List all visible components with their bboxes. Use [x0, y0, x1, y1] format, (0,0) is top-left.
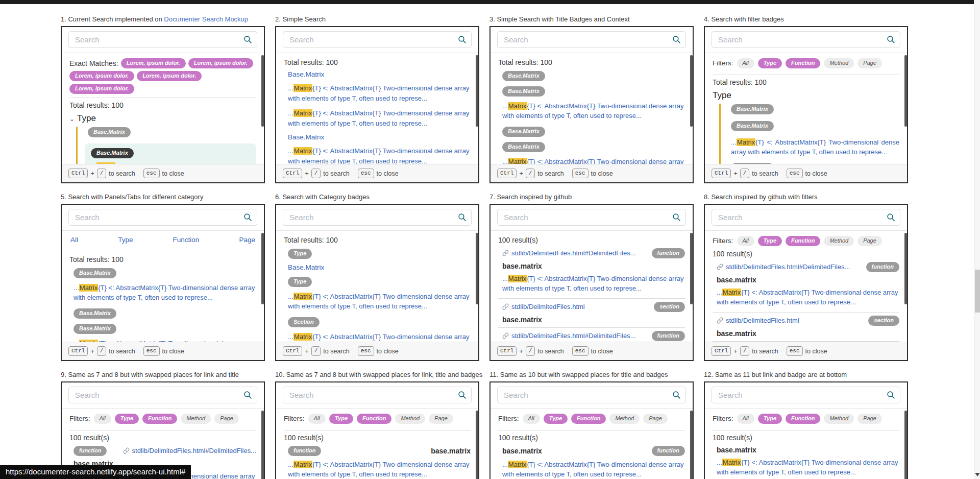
github-style-result[interactable]: base.matrix...Matrix{T} <: AbstractMatri…	[713, 446, 899, 479]
result-title-link[interactable]: Base.Matrix	[288, 70, 324, 78]
tab-function[interactable]: Function	[173, 236, 200, 244]
filter-pill-type[interactable]: Type	[758, 58, 782, 68]
filter-pill-type[interactable]: Type	[544, 414, 568, 424]
selected-result[interactable]: Base.Matrix...Matrix{T} <: AbstractMatri…	[85, 143, 256, 164]
panel-scrollbar-thumb[interactable]	[261, 411, 264, 479]
search-icon[interactable]	[243, 213, 252, 222]
filter-pill-all[interactable]: All	[737, 58, 754, 68]
result-snippet[interactable]: ...Matrix{T} <: AbstractMatrix{T} Two-di…	[288, 460, 471, 479]
result-snippet[interactable]: ...Matrix{T} <: AbstractMatrix{T} Two-di…	[717, 288, 899, 307]
search-icon[interactable]	[458, 391, 467, 399]
search-input[interactable]	[497, 31, 686, 48]
result-snippet[interactable]: ...Matrix{T} <: AbstractMatrix{T} Two-di…	[731, 137, 899, 157]
panel-scrollbar-thumb[interactable]	[476, 233, 478, 304]
search-icon[interactable]	[672, 391, 681, 399]
filter-pill-function[interactable]: Function	[786, 58, 820, 68]
search-icon[interactable]	[458, 213, 467, 222]
tab-page[interactable]: Page	[239, 236, 255, 244]
exact-match-badge[interactable]: Lorem, ipsum dolor.	[137, 71, 202, 81]
panel-scrollbar-thumb[interactable]	[690, 55, 693, 127]
github-style-result[interactable]: functionbase.matrix...Matrix{T} <: Abstr…	[284, 446, 471, 479]
github-style-result[interactable]: stdlib/DelimitedFiles.htmlsectionbase.ma…	[713, 316, 899, 338]
filter-pill-page[interactable]: Page	[643, 414, 668, 424]
filter-pill-function[interactable]: Function	[357, 414, 391, 424]
filter-pill-method[interactable]: Method	[824, 236, 854, 246]
panel-scrollbar-thumb[interactable]	[690, 233, 693, 304]
search-icon[interactable]	[243, 391, 252, 399]
result-title-link[interactable]: Base.Matrix	[288, 264, 324, 271]
category-section-heading[interactable]: ⌄Type	[69, 113, 256, 124]
filter-pill-type[interactable]: Type	[758, 414, 782, 424]
page-scrollbar[interactable]	[974, 0, 980, 479]
filter-pill-method[interactable]: Method	[609, 414, 640, 424]
github-style-result[interactable]: stdlib/DelimitedFiles.htmlsectionbase.ma…	[498, 302, 685, 324]
filter-pill-all[interactable]: All	[523, 414, 540, 424]
result-link[interactable]: stdlib/DelimitedFiles.html	[717, 317, 799, 324]
result-title[interactable]: base.matrix	[431, 447, 471, 455]
filter-pill-method[interactable]: Method	[395, 414, 425, 424]
panel-scrollbar-thumb[interactable]	[476, 411, 478, 479]
tab-all[interactable]: All	[70, 236, 78, 244]
scrollbar-down-arrow-icon[interactable]	[975, 473, 980, 476]
filter-pill-type[interactable]: Type	[758, 236, 782, 246]
search-input[interactable]	[712, 387, 900, 403]
result-snippet[interactable]: ...Matrix{T} <: AbstractMatrix{T} Two-di…	[288, 146, 471, 164]
result-title[interactable]: base.matrix	[502, 262, 542, 270]
search-icon[interactable]	[243, 35, 252, 44]
result-snippet[interactable]: ...Matrix{T} <: AbstractMatrix{T} Two-di…	[502, 157, 685, 164]
filter-pill-all[interactable]: All	[308, 414, 326, 424]
filter-pill-type[interactable]: Type	[329, 414, 353, 424]
exact-match-badge[interactable]: Lorem, ipsum dolor.	[188, 58, 253, 68]
result-title[interactable]: base.matrix	[717, 329, 756, 338]
search-input[interactable]	[283, 209, 472, 226]
result-title-link[interactable]: Base.Matrix	[288, 133, 324, 141]
filter-pill-function[interactable]: Function	[786, 414, 820, 424]
result-title[interactable]: base.matrix	[717, 276, 756, 284]
result-snippet[interactable]: ...Matrix{T} <: AbstractMatrix{T} Two-di…	[717, 458, 899, 477]
panel-scrollbar-thumb[interactable]	[904, 233, 907, 304]
result-snippet[interactable]: ...Matrix{T} <: AbstractMatrix{T} Two-di…	[288, 292, 471, 312]
github-style-result[interactable]: base.matrixfunction...Matrix{T} <: Abstr…	[498, 446, 685, 479]
search-input[interactable]	[283, 31, 472, 48]
result-link[interactable]: stdlib/DelimitedFiles.html#DelimitedFile…	[717, 263, 850, 271]
search-input[interactable]	[712, 209, 900, 226]
github-style-result[interactable]: stdlib/DelimitedFiles.html#DelimitedFile…	[713, 262, 899, 307]
result-snippet[interactable]: ...Matrix{T} <: AbstractMatrix{T} Two-di…	[502, 101, 685, 121]
search-input[interactable]	[68, 387, 257, 403]
filter-pill-method[interactable]: Method	[824, 414, 854, 424]
result-snippet[interactable]: ...Matrix{T} <: AbstractMatrix{T} Two-di…	[288, 108, 471, 128]
search-input[interactable]	[68, 31, 257, 48]
filter-pill-all[interactable]: All	[737, 236, 754, 246]
filter-pill-page[interactable]: Page	[857, 414, 882, 424]
filter-pill-function[interactable]: Function	[571, 414, 606, 424]
panel-scrollbar-thumb[interactable]	[904, 55, 907, 127]
result-link[interactable]: stdlib/DelimitedFiles.html#DelimitedFile…	[502, 332, 635, 340]
category-section-heading[interactable]: Type	[713, 90, 899, 101]
exact-match-badge[interactable]: Lorem, ipsum dolor.	[121, 58, 186, 68]
panel-scrollbar-thumb[interactable]	[261, 55, 264, 127]
filter-pill-type[interactable]: Type	[115, 414, 139, 424]
search-input[interactable]	[68, 209, 257, 226]
search-input[interactable]	[497, 209, 686, 226]
result-snippet[interactable]: ...Matrix{T} <: AbstractMatrix{T} Two-di…	[288, 332, 471, 342]
filter-pill-page[interactable]: Page	[429, 414, 453, 424]
filter-pill-all[interactable]: All	[737, 414, 754, 424]
filter-pill-page[interactable]: Page	[857, 58, 882, 68]
result-snippet[interactable]: ...Matrix{T} <: AbstractMatrix{T} Two-di…	[288, 83, 471, 103]
result-link[interactable]: stdlib/DelimitedFiles.html#DelimitedFile…	[502, 249, 635, 257]
result-link[interactable]: stdlib/DelimitedFiles.html#DelimitedFile…	[123, 447, 256, 454]
filter-pill-function[interactable]: Function	[142, 414, 177, 424]
search-icon[interactable]	[458, 35, 467, 44]
search-icon[interactable]	[887, 213, 895, 222]
search-icon[interactable]	[887, 391, 895, 399]
panel-scrollbar-thumb[interactable]	[690, 411, 693, 479]
search-icon[interactable]	[887, 35, 895, 44]
result-title[interactable]: base.matrix	[502, 447, 542, 455]
result-link[interactable]: stdlib/DelimitedFiles.html	[502, 303, 585, 310]
result-snippet[interactable]: ...Matrix{T} <: AbstractMatrix{T} Two-di…	[502, 460, 685, 479]
filter-pill-all[interactable]: All	[94, 414, 111, 424]
scrollbar-thumb[interactable]	[975, 270, 980, 313]
search-input[interactable]	[712, 31, 900, 48]
exact-match-badge[interactable]: Lorem, ipsum dolor.	[69, 71, 134, 81]
exact-match-badge[interactable]: Lorem, ipsum dolor.	[69, 84, 134, 94]
